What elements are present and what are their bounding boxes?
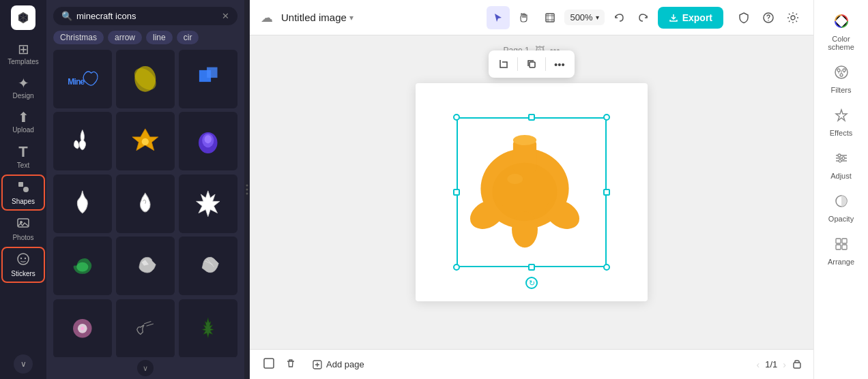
thumb-11[interactable] xyxy=(116,237,175,295)
next-page-button[interactable]: › xyxy=(783,359,786,370)
collapse-button[interactable]: ∨ xyxy=(137,360,154,376)
sidebar-item-upload[interactable]: ⬆ Upload xyxy=(3,106,44,138)
effects-label: Effects xyxy=(830,129,852,137)
selection-box[interactable]: ↻ xyxy=(457,117,607,267)
page-navigation: ‹ 1/1 › xyxy=(757,358,802,371)
search-icon: 🔍 xyxy=(61,11,72,21)
svg-point-43 xyxy=(840,74,843,76)
svg-point-22 xyxy=(246,193,248,195)
tag-line[interactable]: line xyxy=(146,31,173,44)
right-panel-adjust[interactable]: Adjust xyxy=(818,145,865,185)
opacity-icon xyxy=(834,194,849,212)
sidebar-item-text[interactable]: T Text xyxy=(3,140,44,173)
upload-icon: ⬆ xyxy=(18,110,29,124)
bottom-left-actions xyxy=(261,355,299,374)
sidebar-item-photos[interactable]: Photos xyxy=(3,212,44,245)
help-icon[interactable] xyxy=(759,8,778,27)
undo-redo-group xyxy=(607,6,655,29)
thumb-4[interactable] xyxy=(53,112,112,170)
svg-point-19 xyxy=(81,327,84,330)
svg-rect-27 xyxy=(530,62,535,67)
thumb-12[interactable] xyxy=(179,237,237,295)
right-panel-color-scheme[interactable]: Color scheme xyxy=(818,8,865,57)
handle-bottom-right[interactable] xyxy=(603,264,610,271)
color-scheme-icon xyxy=(834,14,849,32)
sidebar-collapse-btn[interactable]: ∨ xyxy=(14,354,33,374)
right-panel-effects[interactable]: Effects xyxy=(818,102,865,142)
crop-button[interactable] xyxy=(493,53,515,75)
panel-divider[interactable] xyxy=(244,0,250,379)
hand-tool-button[interactable] xyxy=(512,6,536,29)
right-panel-opacity[interactable]: Opacity xyxy=(818,188,865,228)
title-chevron-icon: ▾ xyxy=(349,13,353,22)
thumb-14[interactable] xyxy=(116,299,175,357)
frame-tool-button[interactable] xyxy=(538,6,562,29)
tag-cir[interactable]: cir xyxy=(177,31,199,44)
lock-button[interactable] xyxy=(792,358,802,371)
handle-middle-right[interactable] xyxy=(603,189,610,196)
thumb-3[interactable] xyxy=(179,50,237,108)
tag-arrow[interactable]: arrow xyxy=(108,31,142,44)
sidebar-item-stickers[interactable]: Stickers xyxy=(3,248,44,282)
adjust-label: Adjust xyxy=(830,172,852,180)
handle-middle-left[interactable] xyxy=(453,189,460,196)
thumb-1[interactable]: Mine xyxy=(53,50,112,108)
right-panel-filters[interactable]: Filters xyxy=(818,59,865,100)
toolbar: 500% ▾ Export xyxy=(487,6,802,29)
sidebar-item-text-label: Text xyxy=(17,162,29,169)
thumb-8[interactable] xyxy=(116,175,175,233)
svg-rect-49 xyxy=(842,239,847,243)
svg-rect-23 xyxy=(546,14,554,22)
toolbar-divider xyxy=(517,57,518,71)
sidebar-item-templates[interactable]: ⊞ Templates xyxy=(3,38,44,70)
document-title[interactable]: Untitled image ▾ xyxy=(281,12,353,23)
duplicate-button[interactable] xyxy=(521,53,542,75)
zoom-control[interactable]: 500% ▾ xyxy=(564,10,604,25)
shield-icon[interactable] xyxy=(734,8,753,27)
clear-search-icon[interactable]: ✕ xyxy=(222,11,229,21)
settings-icon[interactable] xyxy=(783,8,802,27)
thumb-13[interactable] xyxy=(53,299,112,357)
select-tool-button[interactable] xyxy=(487,6,510,29)
sidebar-item-shapes[interactable]: Shapes xyxy=(3,176,44,209)
svg-rect-38 xyxy=(794,363,800,368)
tag-christmas[interactable]: Christmas xyxy=(53,31,104,44)
thumb-5[interactable] xyxy=(116,112,175,170)
thumb-9[interactable] xyxy=(179,175,237,233)
thumb-10[interactable] xyxy=(53,237,112,295)
thumb-7[interactable] xyxy=(53,175,112,233)
handle-bottom-left[interactable] xyxy=(453,264,460,271)
panel-collapse[interactable]: ∨ xyxy=(46,357,244,379)
handle-top-left[interactable] xyxy=(453,114,460,121)
search-bar: 🔍 ✕ xyxy=(53,7,237,25)
undo-button[interactable] xyxy=(607,6,631,29)
opacity-label: Opacity xyxy=(828,215,854,223)
redo-button[interactable] xyxy=(632,6,655,29)
right-panel-arrange[interactable]: Arrange xyxy=(818,231,865,271)
thumb-6[interactable] xyxy=(179,112,237,170)
effects-icon xyxy=(834,108,849,126)
thumb-15[interactable] xyxy=(179,299,237,357)
sidebar-item-design[interactable]: ✦ Design xyxy=(3,72,44,104)
filters-icon xyxy=(834,65,849,83)
handle-bottom-center[interactable] xyxy=(528,264,535,271)
svg-point-42 xyxy=(843,69,845,72)
more-options-button[interactable]: ••• xyxy=(549,53,570,75)
rotate-handle[interactable]: ↻ xyxy=(525,277,538,289)
handle-top-right[interactable] xyxy=(603,114,610,121)
svg-point-15 xyxy=(205,135,212,143)
prev-page-button[interactable]: ‹ xyxy=(757,359,760,370)
add-page-button[interactable]: Add page xyxy=(307,357,370,372)
page-settings-button[interactable] xyxy=(261,355,277,374)
filter-tags: Christmas arrow line cir xyxy=(46,31,244,50)
photos-icon xyxy=(16,216,30,232)
search-input[interactable] xyxy=(76,11,218,21)
export-button[interactable]: Export xyxy=(658,7,723,29)
canvas-page[interactable]: ••• ↻ xyxy=(416,83,648,301)
thumb-2[interactable] xyxy=(116,50,175,108)
svg-rect-51 xyxy=(842,245,847,249)
delete-button[interactable] xyxy=(283,355,299,374)
svg-point-44 xyxy=(838,154,841,157)
handle-top-center[interactable] xyxy=(528,114,535,121)
app-logo[interactable] xyxy=(11,5,35,30)
